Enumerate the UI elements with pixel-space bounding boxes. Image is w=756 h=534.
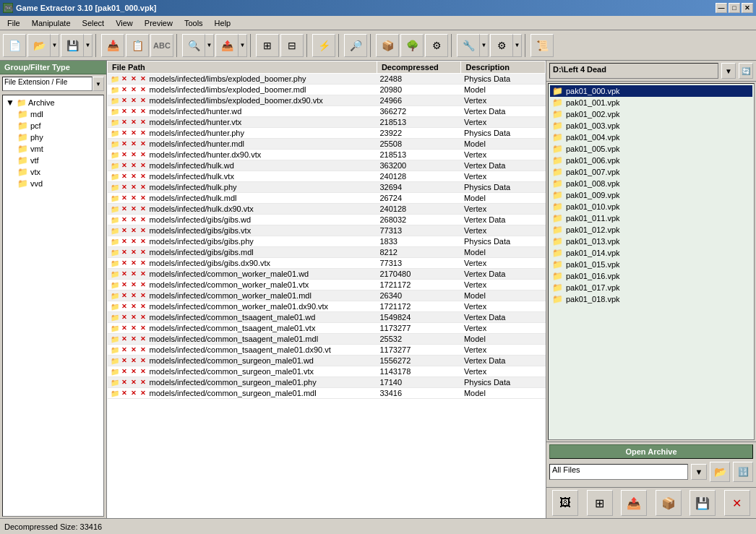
minimize-button[interactable]: — bbox=[716, 3, 727, 13]
export-button[interactable]: 📤 bbox=[215, 34, 239, 57]
tree-item-archive[interactable]: ▼ 📁 Archive bbox=[4, 97, 102, 108]
menu-help[interactable]: Help bbox=[209, 17, 237, 29]
archive-item[interactable]: 📁pak01_003.vpk bbox=[550, 120, 752, 132]
menu-select[interactable]: Select bbox=[77, 17, 111, 29]
table-row[interactable]: 📁 ✕ ✕ ✕ models/infected/common_surgeon_m… bbox=[108, 356, 546, 366]
archive-item[interactable]: 📁pak01_007.vpk bbox=[550, 166, 752, 178]
archive-item[interactable]: 📁pak01_010.vpk bbox=[550, 201, 752, 212]
save-button[interactable]: 💾 bbox=[61, 34, 84, 57]
menu-file[interactable]: File bbox=[1, 17, 26, 29]
table-row[interactable]: 📁 ✕ ✕ ✕ models/infected/gibs/gibs.vtx 77… bbox=[108, 225, 546, 236]
close-button[interactable]: ✕ bbox=[742, 3, 753, 13]
tree-item-vtf[interactable]: 📁 vtf bbox=[16, 155, 102, 166]
filter-select[interactable]: File Extension / File bbox=[2, 77, 93, 91]
table-row[interactable]: 📁 ✕ ✕ ✕ models/infected/hunter.mdl 25508… bbox=[108, 139, 546, 150]
calculator-button[interactable]: 🔢 bbox=[733, 462, 753, 482]
table-row[interactable]: 📁 ✕ ✕ ✕ models/infected/hulk.dx90.vtx 24… bbox=[108, 204, 546, 215]
search-button[interactable]: 🔎 bbox=[344, 34, 367, 57]
table-row[interactable]: 📁 ✕ ✕ ✕ models/infected/common_worker_ma… bbox=[108, 269, 546, 280]
filter-dropdown-arrow[interactable]: ▼ bbox=[93, 77, 104, 91]
folder-browse-button[interactable]: 📂 bbox=[710, 462, 730, 482]
grid-button[interactable]: ⊞ bbox=[256, 34, 279, 57]
table-row[interactable]: 📁 ✕ ✕ ✕ models/infected/common_worker_ma… bbox=[108, 280, 546, 290]
archive-item[interactable]: 📁pak01_015.vpk bbox=[550, 259, 752, 270]
file-type-select[interactable]: All Files bbox=[549, 464, 688, 480]
table-row[interactable]: 📁 ✕ ✕ ✕ models/infected/hunter.vtx 21851… bbox=[108, 117, 546, 128]
table-row[interactable]: 📁 ✕ ✕ ✕ models/infected/limbs/exploded_b… bbox=[108, 85, 546, 95]
table-row[interactable]: 📁 ✕ ✕ ✕ models/infected/common_tsaagent_… bbox=[108, 323, 546, 334]
table-row[interactable]: 📁 ✕ ✕ ✕ models/infected/limbs/exploded_b… bbox=[108, 74, 546, 85]
table-row[interactable]: 📁 ✕ ✕ ✕ models/infected/gibs/gibs.wd 268… bbox=[108, 215, 546, 225]
table-row[interactable]: 📁 ✕ ✕ ✕ models/infected/common_tsaagent_… bbox=[108, 345, 546, 356]
tree-item-vmt[interactable]: 📁 vmt bbox=[16, 143, 102, 155]
menu-manipulate[interactable]: Manipulate bbox=[26, 17, 77, 29]
maximize-button[interactable]: □ bbox=[729, 3, 740, 13]
tree-item-phy[interactable]: 📁 phy bbox=[16, 132, 102, 143]
table-row[interactable]: 📁 ✕ ✕ ✕ models/infected/common_surgeon_m… bbox=[108, 366, 546, 377]
plugin-arrow[interactable]: ▼ bbox=[480, 34, 489, 57]
menu-view[interactable]: View bbox=[110, 17, 139, 29]
col-decompressed[interactable]: Decompressed bbox=[377, 61, 461, 74]
hex-action-button[interactable]: ⊞ bbox=[587, 490, 613, 516]
table-row[interactable]: 📁 ✕ ✕ ✕ models/infected/hulk.phy 32694Ph… bbox=[108, 182, 546, 193]
extract-button[interactable]: ⚡ bbox=[312, 34, 335, 57]
read-arrow[interactable]: ▼ bbox=[205, 34, 214, 57]
open-archive-button[interactable]: Open Archive bbox=[549, 444, 753, 459]
table-row[interactable]: 📁 ✕ ✕ ✕ models/infected/gibs/gibs.dx90.v… bbox=[108, 258, 546, 269]
archive-item[interactable]: 📁pak01_018.vpk bbox=[550, 293, 752, 305]
save-arrow[interactable]: ▼ bbox=[84, 34, 93, 57]
table-row[interactable]: 📁 ✕ ✕ ✕ models/infected/common_worker_ma… bbox=[108, 301, 546, 312]
open-button[interactable]: 📂 bbox=[27, 34, 51, 57]
menu-tools[interactable]: Tools bbox=[179, 17, 209, 29]
rename-button[interactable]: ABC bbox=[150, 34, 173, 57]
table-row[interactable]: 📁 ✕ ✕ ✕ models/infected/common_surgeon_m… bbox=[108, 388, 546, 399]
table-row[interactable]: 📁 ✕ ✕ ✕ models/infected/common_tsaagent_… bbox=[108, 312, 546, 323]
archive-item[interactable]: 📁pak01_012.vpk bbox=[550, 224, 752, 236]
gear-arrow[interactable]: ▼ bbox=[513, 34, 522, 57]
read-button[interactable]: 🔍 bbox=[182, 34, 205, 57]
menu-preview[interactable]: Preview bbox=[139, 17, 179, 29]
table-row[interactable]: 📁 ✕ ✕ ✕ models/infected/common_surgeon_m… bbox=[108, 377, 546, 388]
col-filepath[interactable]: File Path bbox=[108, 61, 377, 74]
table-row[interactable]: 📁 ✕ ✕ ✕ models/infected/gibs/gibs.phy 18… bbox=[108, 236, 546, 247]
file-type-arrow[interactable]: ▼ bbox=[691, 464, 707, 480]
archive-item[interactable]: 📁pak01_001.vpk bbox=[550, 97, 752, 108]
tree-view[interactable]: ▼ 📁 Archive 📁 mdl 📁 pcf 📁 phy bbox=[2, 95, 104, 517]
tree-item-vvd[interactable]: 📁 vvd bbox=[16, 178, 102, 189]
settings-button[interactable]: ⚙ bbox=[425, 34, 448, 57]
table-row[interactable]: 📁 ✕ ✕ ✕ models/infected/hulk.mdl 26724Mo… bbox=[108, 193, 546, 204]
table-row[interactable]: 📁 ✕ ✕ ✕ models/infected/gibs/gibs.mdl 82… bbox=[108, 247, 546, 258]
table-row[interactable]: 📁 ✕ ✕ ✕ models/infected/common_tsaagent_… bbox=[108, 334, 546, 345]
save-archive-button[interactable]: 💾 bbox=[690, 490, 716, 516]
add-files-button[interactable]: 📥 bbox=[101, 34, 124, 57]
tree-item-vtx[interactable]: 📁 vtx bbox=[16, 166, 102, 178]
archive-item[interactable]: 📁pak01_000.vpk bbox=[550, 85, 752, 97]
archive-item[interactable]: 📁pak01_002.vpk bbox=[550, 108, 752, 120]
extract-selected-button[interactable]: 📤 bbox=[621, 490, 647, 516]
archive-item[interactable]: 📁pak01_006.vpk bbox=[550, 155, 752, 166]
archive-item[interactable]: 📁pak01_004.vpk bbox=[550, 132, 752, 143]
script-button[interactable]: 📜 bbox=[531, 34, 554, 57]
extract-all-button[interactable]: 📦 bbox=[656, 490, 682, 516]
tree-item-mdl[interactable]: 📁 mdl bbox=[16, 108, 102, 120]
table-row[interactable]: 📁 ✕ ✕ ✕ models/infected/limbs/exploded_b… bbox=[108, 95, 546, 106]
table-row[interactable]: 📁 ✕ ✕ ✕ models/infected/hulk.wd 363200Ve… bbox=[108, 160, 546, 171]
table-row[interactable]: 📁 ✕ ✕ ✕ models/infected/hunter.phy 23922… bbox=[108, 128, 546, 139]
archive-list[interactable]: 📁pak01_000.vpk📁pak01_001.vpk📁pak01_002.v… bbox=[548, 83, 755, 440]
archive-item[interactable]: 📁pak01_014.vpk bbox=[550, 247, 752, 259]
col-description[interactable]: Description bbox=[461, 61, 546, 74]
copy-button[interactable]: 📋 bbox=[126, 34, 149, 57]
archive-item[interactable]: 📁pak01_008.vpk bbox=[550, 178, 752, 189]
export-arrow[interactable]: ▼ bbox=[239, 34, 247, 57]
table-row[interactable]: 📁 ✕ ✕ ✕ models/infected/hunter.dx90.vtx … bbox=[108, 150, 546, 160]
archive-item[interactable]: 📁pak01_016.vpk bbox=[550, 270, 752, 282]
tree-button[interactable]: 🌳 bbox=[400, 34, 424, 57]
preview-action-button[interactable]: 🖼 bbox=[552, 490, 578, 516]
close-archive-button[interactable]: ✕ bbox=[724, 490, 750, 516]
open-arrow[interactable]: ▼ bbox=[51, 34, 59, 57]
table-row[interactable]: 📁 ✕ ✕ ✕ models/infected/hunter.wd 366272… bbox=[108, 106, 546, 117]
archive-nav-dropdown[interactable]: ▼ bbox=[721, 63, 736, 79]
gear-button[interactable]: ⚙ bbox=[490, 34, 513, 57]
archive-item[interactable]: 📁pak01_013.vpk bbox=[550, 236, 752, 247]
new-button[interactable]: 📄 bbox=[3, 34, 26, 57]
